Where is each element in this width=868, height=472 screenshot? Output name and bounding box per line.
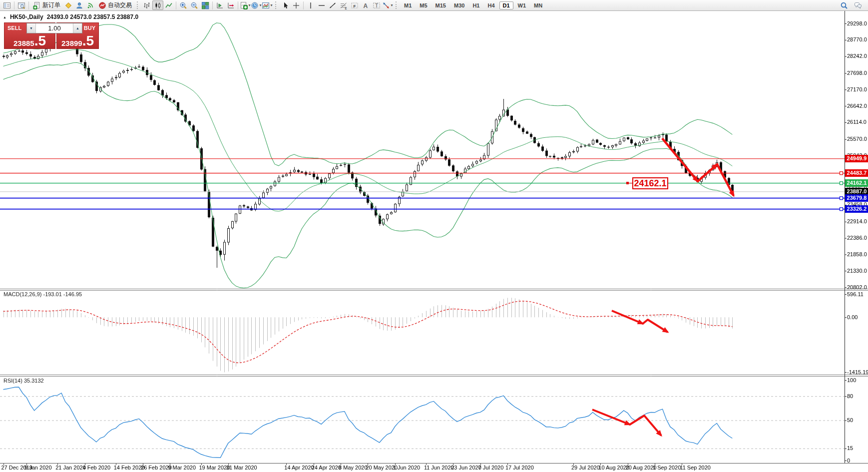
chart-ohlc: 24393.0 24573.0 23857.5 23887.0 <box>47 13 139 20</box>
new-chart-icon[interactable]: ▾ <box>240 0 251 10</box>
timeframe-h4-button[interactable]: H4 <box>484 1 498 9</box>
fibonacci-icon[interactable]: E <box>338 0 349 10</box>
timeframe-d1-button[interactable]: D1 <box>499 1 513 9</box>
dropdown-caret-icon[interactable]: ▾ <box>270 3 272 7</box>
volume-value[interactable]: 1.00 <box>36 23 73 33</box>
volume-decrease-button[interactable]: ▼ <box>27 23 36 33</box>
macd-axis-label: 596.11 <box>847 291 864 297</box>
toolbar-separator <box>176 1 176 9</box>
price-tick-label: 27698.0 <box>847 70 867 76</box>
timeframe-m30-button[interactable]: M30 <box>450 1 468 9</box>
toolbar-right-group <box>839 0 867 10</box>
volume-increase-button[interactable]: ▲ <box>73 23 82 33</box>
toolbar-grip <box>396 1 398 9</box>
chart-bars-icon[interactable] <box>141 0 152 10</box>
price-tick-label: 20802.0 <box>847 284 867 290</box>
date-label: 1 Sep 2020 <box>653 465 681 471</box>
tile-windows-icon[interactable] <box>200 0 211 10</box>
timeframe-h1-button[interactable]: H1 <box>469 1 483 9</box>
horizontal-line-icon[interactable] <box>316 0 327 10</box>
toolbar-grip <box>275 1 277 9</box>
rsi-axis-label: 100 <box>847 377 856 383</box>
autotrading-button[interactable]: 自动交易 <box>96 0 134 10</box>
arrows-tool-icon[interactable]: ▾ <box>382 0 393 10</box>
search-icon[interactable] <box>839 0 850 10</box>
buy-price-pips: .5 <box>82 34 94 48</box>
date-label: 23 Jun 2020 <box>451 465 481 471</box>
date-label: 17 Jul 2020 <box>505 465 534 471</box>
period-clock-icon[interactable]: ▾ <box>251 0 262 10</box>
date-label: 4 Feb 2020 <box>83 465 111 471</box>
collapse-panel-icon[interactable]: ▲ <box>3 15 6 19</box>
date-label: 9 Jan 2020 <box>24 465 51 471</box>
price-tick-label: 28770.0 <box>847 36 867 42</box>
rsi-axis-label: 0 <box>847 458 850 464</box>
price-tick-label: 26642.0 <box>847 103 867 109</box>
toolbar: 新订单自动交易▾▾▾EFAT▾M1M5M15M30H1H4D1W1MN <box>0 0 868 11</box>
navigator-icon[interactable] <box>16 0 27 10</box>
svg-text:T: T <box>375 2 378 8</box>
price-tick-label: 29298.0 <box>847 20 867 26</box>
svg-text:A: A <box>364 2 368 9</box>
timeframe-m15-button[interactable]: M15 <box>432 1 449 9</box>
price-tick-label: 22386.0 <box>847 235 867 241</box>
rsi-axis-label: 15 <box>847 445 853 451</box>
price-annotation-box[interactable]: 24162.1 <box>632 177 668 189</box>
text-label-icon[interactable]: T <box>371 0 382 10</box>
date-label: 19 Mar 2020 <box>199 465 230 471</box>
date-label: 10 Aug 2020 <box>598 465 629 471</box>
new-order-button[interactable]: 新订单 <box>30 0 63 10</box>
toolbar-grip <box>137 1 139 9</box>
timeframe-w1-button[interactable]: W1 <box>514 1 530 9</box>
vertical-line-icon[interactable] <box>305 0 316 10</box>
price-tick-label: 21330.0 <box>847 268 867 274</box>
buy-price: 23899.5 <box>57 34 98 48</box>
price-tick-label: 25570.0 <box>847 136 867 142</box>
rsi-axis-label: 50 <box>847 417 853 423</box>
chart-candles-icon[interactable] <box>152 0 163 10</box>
date-label: 7 Jul 2020 <box>478 465 504 471</box>
trendline-icon[interactable] <box>327 0 338 10</box>
sell-price: 23885.5 <box>4 34 55 48</box>
price-level-badge: 23326.2 <box>845 205 868 213</box>
dropdown-caret-icon[interactable]: ▾ <box>391 3 393 7</box>
timeframe-mn-button[interactable]: MN <box>530 1 546 9</box>
toolbar-separator <box>14 1 14 9</box>
toolbar-separator <box>303 1 304 9</box>
cursor-icon[interactable] <box>280 0 291 10</box>
timeframe-m1-button[interactable]: M1 <box>401 1 415 9</box>
date-label: 29 Jul 2020 <box>571 465 600 471</box>
date-label: 24 Apr 2020 <box>312 465 341 471</box>
chat-icon[interactable] <box>853 0 864 10</box>
chart-shift-icon[interactable] <box>225 0 236 10</box>
market-watch-icon[interactable] <box>1 0 12 10</box>
price-tick-label: 27170.0 <box>847 86 867 92</box>
date-label: 8 May 2020 <box>339 465 367 471</box>
date-label: 14 Feb 2020 <box>114 465 145 471</box>
fibo-channel-icon[interactable]: F <box>349 0 360 10</box>
template-icon[interactable]: ▾ <box>262 0 273 10</box>
macd-axis-label: -1415.19 <box>847 369 868 375</box>
dropdown-caret-icon[interactable]: ▾ <box>248 3 250 7</box>
toolbar-separator <box>28 1 29 9</box>
price-tick-label: 21858.0 <box>847 251 867 257</box>
trading-terminal-window: 新订单自动交易▾▾▾EFAT▾M1M5M15M30H1H4D1W1MN ▲ HK… <box>0 0 868 472</box>
timeframe-m5-button[interactable]: M5 <box>416 1 431 9</box>
text-icon[interactable]: A <box>360 0 371 10</box>
date-label: 21 Jan 2020 <box>55 465 86 471</box>
signals-icon[interactable] <box>85 0 96 10</box>
chart-canvas[interactable] <box>0 0 868 472</box>
crosshair-icon[interactable] <box>291 0 302 10</box>
macd-axis-label: 0.00 <box>847 314 858 320</box>
chart-line-icon[interactable] <box>163 0 174 10</box>
chart-header: ▲ HK50-,Daily 24393.0 24573.0 23857.5 23… <box>3 13 138 20</box>
auto-scroll-icon[interactable] <box>214 0 225 10</box>
metaeditor-icon[interactable] <box>63 0 74 10</box>
toolbar-separator <box>212 1 213 9</box>
zoom-in-icon[interactable] <box>178 0 189 10</box>
dropdown-caret-icon[interactable]: ▾ <box>259 3 261 7</box>
community-icon[interactable] <box>74 0 85 10</box>
chart-title: HK50-,Daily <box>10 13 43 20</box>
toolbar-separator <box>238 1 238 9</box>
zoom-out-icon[interactable] <box>189 0 200 10</box>
